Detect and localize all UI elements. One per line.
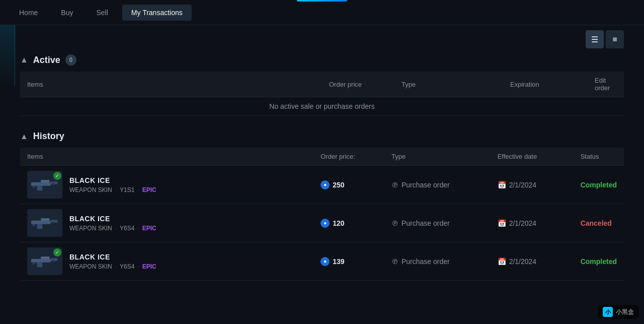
col-header-edit-order: Edit order bbox=[588, 72, 624, 97]
check-badge-0: ✓ bbox=[53, 172, 61, 180]
item-category-2: WEAPON SKIN bbox=[69, 263, 112, 270]
price-value-2: 139 bbox=[333, 257, 344, 266]
type-label-2: Purchase order bbox=[401, 257, 450, 266]
nav-item-sell[interactable]: Sell bbox=[87, 5, 117, 21]
history-section: ▲ History Items Order price: Type Effect… bbox=[20, 131, 624, 281]
item-meta-0: WEAPON SKIN · Y1S1 · EPIC bbox=[69, 186, 156, 193]
item-rarity-0: EPIC bbox=[142, 186, 156, 193]
meta-dot2-1: · bbox=[137, 225, 139, 232]
coin-icon-1: ● bbox=[320, 219, 330, 228]
active-collapse-button[interactable]: ▲ bbox=[20, 55, 28, 64]
meta-dot-0: · bbox=[115, 186, 117, 193]
history-table-row: BLACK ICE WEAPON SKIN · Y6S4 · EPIC ● 12… bbox=[20, 204, 624, 242]
status-label-1: Canceled bbox=[581, 219, 612, 227]
type-icon-1: ℗ bbox=[391, 219, 398, 227]
item-cell-0: ✓ BLACK ICE WEAPON SKIN · Y1S1 · EPIC bbox=[20, 166, 313, 204]
history-col-header-price: Order price: bbox=[313, 148, 384, 166]
svg-point-11 bbox=[52, 221, 55, 224]
item-variant-0: Y1S1 bbox=[120, 186, 134, 193]
history-section-header: ▲ History bbox=[20, 131, 624, 142]
type-cell-1: ℗ Purchase order bbox=[384, 204, 491, 242]
col-header-items: Items bbox=[20, 72, 322, 97]
item-category-0: WEAPON SKIN bbox=[69, 186, 112, 193]
history-table-row: ✓ BLACK ICE WEAPON SKIN · Y6S4 · EPIC bbox=[20, 242, 624, 281]
history-collapse-button[interactable]: ▲ bbox=[20, 132, 28, 141]
watermark: 小 小黑盒 bbox=[598, 305, 639, 319]
item-info-2: BLACK ICE WEAPON SKIN · Y6S4 · EPIC bbox=[69, 253, 156, 270]
active-table: Items Order price Type Expiration Edit o… bbox=[20, 72, 624, 116]
check-badge-2: ✓ bbox=[53, 248, 61, 256]
grid-icon: ■ bbox=[612, 35, 617, 44]
svg-rect-6 bbox=[31, 221, 51, 224]
history-col-header-status: Status bbox=[574, 148, 624, 166]
status-label-2: Completed bbox=[581, 257, 617, 266]
active-badge: 0 bbox=[65, 54, 76, 66]
view-toggle: ☰ ■ bbox=[20, 30, 624, 48]
active-section-header: ▲ Active 0 bbox=[20, 54, 624, 66]
item-name-1: BLACK ICE bbox=[69, 215, 156, 223]
meta-dot-2: · bbox=[115, 263, 117, 270]
type-icon-0: ℗ bbox=[391, 181, 398, 189]
history-table-header: Items Order price: Type Effective date S… bbox=[20, 148, 624, 166]
item-rarity-2: EPIC bbox=[142, 263, 156, 270]
list-icon: ☰ bbox=[591, 35, 598, 44]
date-value-0: 2/1/2024 bbox=[509, 181, 537, 189]
date-value-1: 2/1/2024 bbox=[509, 219, 537, 227]
item-category-1: WEAPON SKIN bbox=[69, 225, 112, 232]
price-cell-1: ● 120 bbox=[313, 204, 384, 242]
svg-rect-3 bbox=[37, 186, 43, 190]
col-header-type: Type bbox=[394, 72, 503, 97]
price-cell-2: ● 139 bbox=[313, 242, 384, 281]
svg-rect-0 bbox=[31, 182, 51, 186]
date-cell-0: 📅 2/1/2024 bbox=[491, 166, 574, 204]
date-cell-2: 📅 2/1/2024 bbox=[491, 242, 574, 281]
svg-rect-15 bbox=[37, 263, 43, 267]
svg-rect-4 bbox=[32, 186, 35, 188]
nav-item-home[interactable]: Home bbox=[10, 5, 47, 21]
item-name-0: BLACK ICE bbox=[69, 176, 156, 184]
history-section-title: History bbox=[33, 131, 64, 142]
item-rarity-1: EPIC bbox=[142, 225, 156, 232]
date-value-2: 2/1/2024 bbox=[509, 257, 537, 266]
status-cell-0: Completed bbox=[574, 166, 624, 204]
type-cell-0: ℗ Purchase order bbox=[384, 166, 491, 204]
active-table-header: Items Order price Type Expiration Edit o… bbox=[20, 72, 624, 97]
item-cell-1: BLACK ICE WEAPON SKIN · Y6S4 · EPIC bbox=[20, 204, 313, 242]
item-thumbnail-2: ✓ bbox=[27, 247, 62, 275]
nav-item-buy[interactable]: Buy bbox=[52, 5, 82, 21]
navbar: Home Buy Sell My Transactions bbox=[0, 0, 644, 25]
svg-point-17 bbox=[52, 260, 55, 262]
item-info-0: BLACK ICE WEAPON SKIN · Y1S1 · EPIC bbox=[69, 176, 156, 193]
meta-dot-1: · bbox=[115, 225, 117, 232]
decorative-left-bar bbox=[0, 25, 15, 86]
item-variant-1: Y6S4 bbox=[120, 225, 134, 232]
svg-rect-16 bbox=[32, 263, 35, 265]
active-section: ▲ Active 0 Items Order price Type Expira… bbox=[20, 54, 624, 116]
type-label-1: Purchase order bbox=[401, 219, 450, 227]
status-cell-1: Canceled bbox=[574, 204, 624, 242]
date-cell-1: 📅 2/1/2024 bbox=[491, 204, 574, 242]
type-icon-2: ℗ bbox=[391, 257, 398, 266]
watermark-icon: 小 bbox=[603, 307, 613, 317]
active-section-title: Active bbox=[33, 55, 60, 66]
grid-view-button[interactable]: ■ bbox=[606, 30, 624, 48]
status-cell-2: Completed bbox=[574, 242, 624, 281]
svg-rect-7 bbox=[41, 218, 49, 221]
history-col-header-date: Effective date bbox=[491, 148, 574, 166]
meta-dot2-0: · bbox=[137, 186, 139, 193]
col-header-order-price: Order price bbox=[322, 72, 394, 97]
svg-rect-9 bbox=[37, 224, 43, 229]
history-table: Items Order price: Type Effective date S… bbox=[20, 148, 624, 281]
cal-icon-2: 📅 bbox=[498, 257, 506, 266]
item-name-2: BLACK ICE bbox=[69, 253, 156, 261]
list-view-button[interactable]: ☰ bbox=[586, 30, 604, 48]
type-label-0: Purchase order bbox=[401, 181, 450, 189]
item-thumbnail-1 bbox=[27, 209, 62, 237]
meta-dot2-2: · bbox=[137, 263, 139, 270]
watermark-text: 小黑盒 bbox=[616, 308, 634, 316]
type-cell-2: ℗ Purchase order bbox=[384, 242, 491, 281]
active-empty-message: No active sale or purchase orders bbox=[20, 97, 624, 116]
status-label-0: Completed bbox=[581, 181, 617, 189]
nav-item-my-transactions[interactable]: My Transactions bbox=[122, 5, 192, 21]
cal-icon-1: 📅 bbox=[498, 219, 506, 227]
